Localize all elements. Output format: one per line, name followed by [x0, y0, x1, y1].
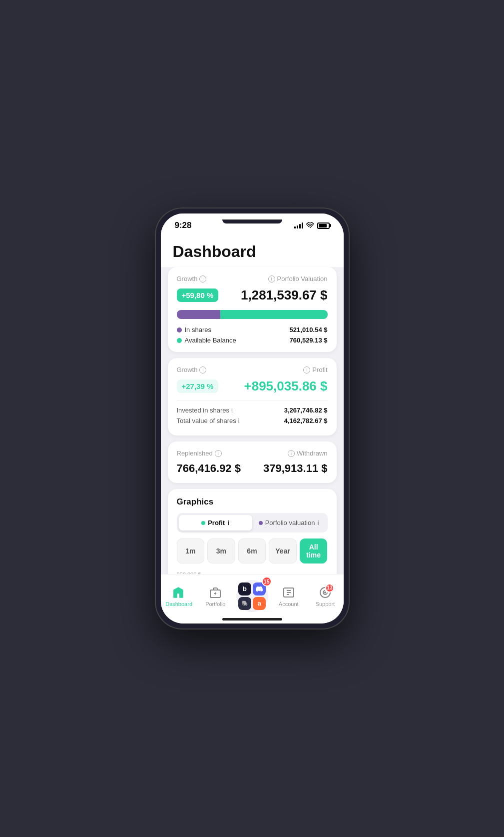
portfolio-value: 1,281,539.67 $ [241, 288, 328, 303]
withdrawn-info-icon[interactable]: i [288, 450, 295, 457]
profit-value: +895,035.86 $ [244, 378, 328, 394]
period-buttons: 1m 3m 6m Year All time [177, 538, 328, 564]
balance-dot [177, 338, 182, 343]
invested-value: 3,267,746.82 $ [284, 406, 328, 414]
period-6m[interactable]: 6m [238, 538, 266, 564]
available-legend: Available Balance [177, 336, 236, 344]
total-shares-info-icon[interactable]: i [238, 417, 240, 424]
portfolio-progress-bar [177, 310, 328, 319]
fab-button[interactable]: b 🐘 a 15 [235, 578, 270, 614]
fab-area: b 🐘 a 15 [234, 578, 270, 614]
content-area: Dashboard Growth i i Porfolio Valuation [161, 234, 344, 574]
account-icon [282, 586, 296, 600]
growth-label: Growth i [177, 275, 207, 282]
invested-info-icon[interactable]: i [231, 406, 233, 414]
profit-growth-label: Growth i [177, 366, 207, 374]
invested-label: Invested in shares i [177, 406, 233, 414]
profit-growth-badge: +27,39 % [177, 380, 219, 393]
portfolio-label: i Porfolio Valuation [268, 275, 328, 282]
fab-badge: 15 [262, 576, 272, 586]
battery-icon [317, 222, 330, 229]
portfolio-icon [208, 586, 222, 600]
support-icon-wrap: 13 [318, 586, 332, 600]
nav-portfolio-label: Portfolio [205, 601, 225, 607]
fab-app-m: 🐘 [238, 597, 251, 610]
support-badge: 13 [325, 584, 334, 592]
status-time: 9:28 [175, 220, 192, 230]
period-1m[interactable]: 1m [177, 538, 205, 564]
svg-point-6 [325, 592, 326, 593]
growth-info-icon[interactable]: i [199, 276, 206, 282]
portfolio-card: Growth i i Porfolio Valuation +59,80 % 1… [168, 267, 337, 352]
toggle-portfolio-info[interactable]: i [317, 519, 319, 526]
profit-info-icon[interactable]: i [303, 366, 310, 374]
bottom-nav: Dashboard Portfolio [161, 574, 344, 624]
nav-dashboard-label: Dashboard [165, 601, 192, 607]
replenished-card: Replenished i i Withdrawn 766,416.92 $ 3… [168, 442, 337, 483]
shares-dot [177, 328, 182, 332]
available-value: 760,529.13 $ [290, 336, 328, 344]
big-values-row: 766,416.92 $ 379,913.11 $ [177, 462, 328, 475]
total-shares-row: Total value of shares i 4,162,782.67 $ [177, 417, 328, 424]
status-icons [294, 222, 330, 230]
toggle-portfolio[interactable]: Porfolio valuation i [252, 515, 326, 530]
signal-icon [294, 222, 303, 228]
wifi-icon [306, 222, 314, 230]
legend-row-2: Available Balance 760,529.13 $ [177, 336, 328, 344]
graphics-title: Graphics [177, 497, 328, 507]
status-bar: 9:28 [161, 214, 344, 234]
toggle-profit-info[interactable]: i [227, 519, 229, 526]
profit-growth-info-icon[interactable]: i [199, 366, 206, 374]
replenished-value: 766,416.92 $ [177, 462, 241, 475]
in-shares-value: 521,010.54 $ [290, 326, 328, 334]
home-indicator [222, 618, 282, 620]
portfolio-info-icon[interactable]: i [268, 276, 275, 282]
replenished-info-icon[interactable]: i [215, 450, 222, 457]
svg-point-0 [310, 227, 311, 228]
in-shares-legend: In shares [177, 326, 211, 334]
period-alltime[interactable]: All time [300, 538, 328, 564]
replenished-label: Replenished i [177, 450, 222, 457]
period-year[interactable]: Year [269, 538, 297, 564]
cards-container: Growth i i Porfolio Valuation +59,80 % 1… [161, 267, 344, 574]
nav-dashboard[interactable]: Dashboard [161, 586, 197, 607]
divider [177, 400, 328, 400]
nav-portfolio[interactable]: Portfolio [197, 586, 234, 607]
progress-shares [177, 310, 221, 319]
chart-toggle: Profit i Porfolio valuation i [177, 513, 328, 532]
nav-support[interactable]: 13 Support [307, 586, 343, 607]
fab-app-a: a [253, 597, 266, 610]
header: Dashboard [161, 234, 344, 267]
dashboard-icon [172, 586, 186, 600]
portfolio-dot [259, 521, 263, 525]
progress-balance [220, 310, 327, 319]
total-shares-value: 4,162,782.67 $ [284, 417, 328, 424]
fab-app-b: b [238, 582, 251, 596]
nav-account-label: Account [279, 601, 299, 607]
legend-row-1: In shares 521,010.54 $ [177, 326, 328, 334]
period-3m[interactable]: 3m [207, 538, 235, 564]
withdrawn-value: 379,913.11 $ [263, 462, 327, 475]
profit-dot [201, 521, 205, 525]
profit-label: i Profit [303, 366, 327, 374]
growth-badge: +59,80 % [177, 288, 219, 302]
invested-row: Invested in shares i 3,267,746.82 $ [177, 406, 328, 414]
toggle-profit[interactable]: Profit i [179, 515, 252, 530]
nav-support-label: Support [316, 601, 335, 607]
withdrawn-label: i Withdrawn [288, 450, 327, 457]
total-shares-label: Total value of shares i [177, 417, 240, 424]
graphics-card: Graphics Profit i Porfolio valuation i [168, 489, 337, 574]
page-title: Dashboard [173, 242, 332, 261]
nav-account[interactable]: Account [270, 586, 307, 607]
profit-card: Growth i i Profit +27,39 % +895,035.86 $ [168, 358, 337, 436]
